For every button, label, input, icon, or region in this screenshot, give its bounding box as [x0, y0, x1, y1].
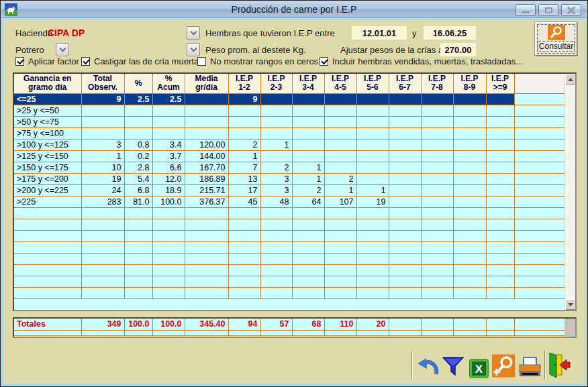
table-cell[interactable]: 19 [356, 196, 389, 207]
table-cell[interactable]: >150 y <=175 [14, 162, 81, 173]
table-row[interactable] [14, 276, 565, 287]
table-cell[interactable] [389, 276, 421, 287]
table-cell[interactable] [356, 230, 389, 241]
table-cell[interactable] [486, 287, 514, 298]
table-cell[interactable] [228, 241, 260, 253]
table-cell[interactable] [421, 276, 453, 287]
table-cell[interactable]: >200 y <=225 [14, 184, 81, 196]
table-cell[interactable] [324, 264, 356, 276]
table-row[interactable]: >200 y <=225246.818.9215.71173211 [14, 184, 565, 196]
table-cell[interactable]: 5.4 [124, 173, 152, 184]
table-cell[interactable] [292, 116, 324, 127]
table-cell[interactable] [356, 105, 389, 116]
table-cell[interactable] [185, 287, 228, 298]
table-cell[interactable] [453, 196, 486, 207]
checkbox-box[interactable] [320, 57, 328, 66]
table-cell[interactable] [453, 219, 486, 230]
table-cell[interactable] [421, 196, 453, 207]
table-cell[interactable] [292, 93, 324, 105]
table-cell[interactable] [486, 230, 514, 241]
table-cell[interactable] [453, 253, 486, 264]
filter-button[interactable] [441, 354, 465, 380]
table-cell[interactable] [453, 93, 486, 105]
table-cell[interactable] [356, 219, 389, 230]
table-cell[interactable] [260, 127, 292, 139]
table-cell[interactable] [228, 105, 260, 116]
table-cell[interactable]: 81.0 [124, 196, 152, 207]
table-cell[interactable] [421, 162, 453, 173]
table-cell[interactable] [486, 93, 514, 105]
table-cell[interactable] [486, 173, 514, 184]
table-cell[interactable] [389, 253, 421, 264]
table-cell[interactable] [421, 127, 453, 139]
table-cell[interactable] [389, 127, 421, 139]
table-cell[interactable] [324, 230, 356, 241]
table-cell[interactable] [292, 150, 324, 162]
table-row[interactable]: >125 y <=15010.23.7144.001 [14, 150, 565, 162]
table-cell[interactable] [356, 127, 389, 139]
table-cell[interactable] [292, 276, 324, 287]
table-cell[interactable] [260, 241, 292, 253]
table-cell[interactable] [486, 162, 514, 173]
table-cell[interactable] [486, 127, 514, 139]
table-cell[interactable] [292, 127, 324, 139]
table-cell[interactable] [453, 276, 486, 287]
table-cell[interactable] [185, 276, 228, 287]
table-cell[interactable] [356, 173, 389, 184]
table-cell[interactable] [292, 105, 324, 116]
table-cell[interactable]: 1 [228, 150, 260, 162]
table-cell[interactable] [228, 116, 260, 127]
table-cell[interactable] [292, 219, 324, 230]
table-cell[interactable] [185, 105, 228, 116]
table-cell[interactable] [486, 276, 514, 287]
table-cell[interactable]: 2 [292, 184, 324, 196]
table-cell[interactable]: >125 y <=150 [14, 150, 81, 162]
table-cell[interactable] [81, 207, 124, 219]
table-cell[interactable] [81, 116, 124, 127]
table-cell[interactable] [260, 219, 292, 230]
table-cell[interactable] [389, 230, 421, 241]
table-cell[interactable] [14, 264, 81, 276]
table-cell[interactable]: 1 [356, 184, 389, 196]
excel-export-button[interactable]: X [467, 355, 491, 381]
table-cell[interactable] [389, 173, 421, 184]
column-header[interactable]: I.E.P 8-9 [453, 74, 486, 93]
table-cell[interactable] [185, 264, 228, 276]
table-cell[interactable]: 3 [260, 184, 292, 196]
table-row[interactable]: >100 y <=12530.83.4120.0021 [14, 139, 565, 150]
table-cell[interactable]: 10 [81, 162, 124, 173]
table-cell[interactable] [486, 207, 514, 219]
table-cell[interactable] [421, 139, 453, 150]
table-cell[interactable] [356, 93, 389, 105]
table-cell[interactable] [81, 219, 124, 230]
column-header[interactable]: I.E.P 7-8 [421, 74, 453, 93]
table-cell[interactable] [486, 219, 514, 230]
table-cell[interactable] [228, 264, 260, 276]
table-cell[interactable] [356, 116, 389, 127]
table-cell[interactable] [260, 264, 292, 276]
table-cell[interactable] [453, 105, 486, 116]
table-cell[interactable]: 0.2 [124, 150, 152, 162]
table-cell[interactable]: 1 [292, 162, 324, 173]
table-cell[interactable] [14, 276, 81, 287]
table-cell[interactable] [356, 162, 389, 173]
table-cell[interactable]: 2 [324, 173, 356, 184]
table-cell[interactable] [292, 230, 324, 241]
column-header[interactable]: I.E.P 6-7 [389, 74, 421, 93]
table-row[interactable]: >175 y <=200195.412.0186.8913312 [14, 173, 565, 184]
table-cell[interactable] [453, 127, 486, 139]
table-cell[interactable] [389, 184, 421, 196]
table-cell[interactable] [292, 207, 324, 219]
table-row[interactable]: >25 y <=50 [14, 105, 565, 116]
table-cell[interactable]: 144.00 [185, 150, 228, 162]
table-cell[interactable] [185, 219, 228, 230]
table-cell[interactable]: 12.0 [152, 173, 185, 184]
table-cell[interactable] [81, 105, 124, 116]
table-cell[interactable]: 100.0 [152, 196, 185, 207]
table-cell[interactable] [389, 241, 421, 253]
table-cell[interactable]: 167.70 [185, 162, 228, 173]
table-cell[interactable] [260, 105, 292, 116]
table-cell[interactable] [453, 184, 486, 196]
table-cell[interactable] [292, 287, 324, 298]
table-cell[interactable] [421, 287, 453, 298]
